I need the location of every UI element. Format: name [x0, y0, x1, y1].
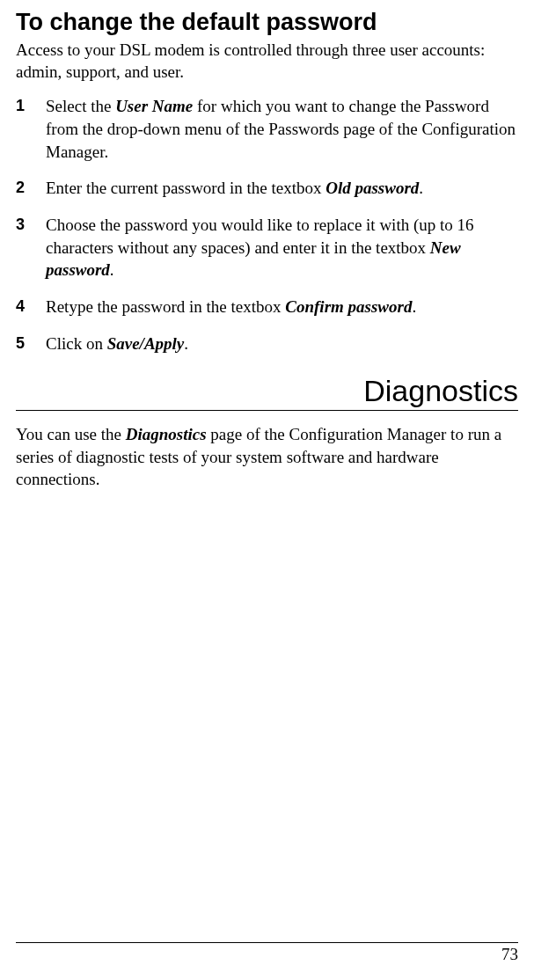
step-4: 4 Retype the password in the textbox Con… [16, 296, 518, 318]
step-number: 3 [16, 214, 46, 282]
step-number: 1 [16, 95, 46, 163]
heading-diagnostics: Diagnostics [16, 374, 518, 411]
step-body: Select the User Name for which you want … [46, 95, 518, 163]
step-list: 1 Select the User Name for which you wan… [16, 95, 518, 355]
diagnostics-paragraph: You can use the Diagnostics page of the … [16, 423, 518, 491]
intro-paragraph: Access to your DSL modem is controlled t… [16, 40, 518, 83]
step-body: Click on Save/Apply. [46, 333, 518, 355]
step-3: 3 Choose the password you would like to … [16, 214, 518, 282]
section-text-pre: You can use the [16, 425, 126, 443]
step-body: Retype the password in the textbox Confi… [46, 296, 518, 318]
step-text-bold: Old password [326, 179, 419, 197]
step-text-pre: Select the [46, 97, 115, 115]
step-text-pre: Enter the current password in the textbo… [46, 179, 326, 197]
step-text-pre: Retype the password in the textbox [46, 297, 285, 316]
step-number: 4 [16, 296, 46, 318]
step-text-pre: Click on [46, 334, 107, 353]
step-1: 1 Select the User Name for which you wan… [16, 95, 518, 163]
heading-change-password: To change the default password [16, 9, 518, 36]
step-number: 2 [16, 177, 46, 200]
step-text-bold: User Name [115, 97, 193, 115]
step-text-pre: Choose the password you would like to re… [46, 216, 474, 257]
step-body: Choose the password you would like to re… [46, 214, 518, 282]
step-text-bold: Confirm password [285, 297, 412, 316]
step-text-post: . [419, 179, 423, 197]
step-2: 2 Enter the current password in the text… [16, 177, 518, 200]
step-text-post: . [412, 297, 416, 316]
page-footer: 73 [16, 942, 518, 964]
step-5: 5 Click on Save/Apply. [16, 333, 518, 355]
step-text-bold: Save/Apply [107, 334, 185, 353]
step-body: Enter the current password in the textbo… [46, 177, 518, 200]
step-text-post: . [110, 260, 114, 279]
step-text-post: . [184, 334, 188, 353]
page-number: 73 [501, 945, 518, 963]
section-text-bold: Diagnostics [126, 425, 207, 443]
step-number: 5 [16, 333, 46, 355]
